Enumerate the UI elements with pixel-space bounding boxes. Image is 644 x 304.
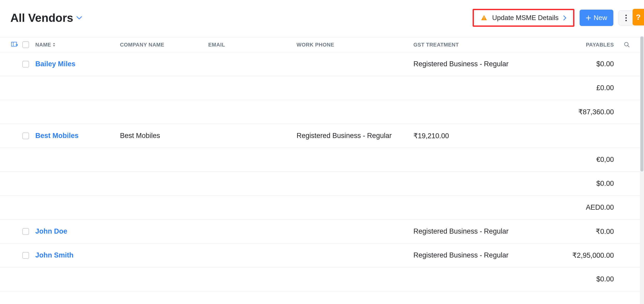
cell-payables: $0.00: [561, 60, 619, 68]
kebab-icon: [625, 15, 627, 21]
table-row[interactable]: €0,00: [0, 148, 644, 172]
column-header-name[interactable]: Name: [32, 42, 120, 48]
cell-gst: ₹19,210.00: [413, 132, 561, 140]
search-button[interactable]: [619, 42, 635, 48]
column-settings-button[interactable]: [9, 42, 20, 48]
column-header-company[interactable]: Company Name: [120, 42, 208, 48]
cell-gst: Registered Business - Regular: [413, 60, 561, 68]
svg-point-3: [625, 17, 627, 18]
table-row[interactable]: Bailey MilesRegistered Business - Regula…: [0, 52, 644, 76]
vendor-link[interactable]: Best Mobiles: [35, 132, 79, 140]
new-label: New: [594, 14, 607, 22]
cell-payables: ₹2,95,000.00: [561, 251, 619, 260]
svg-point-4: [625, 20, 627, 21]
column-header-payables[interactable]: Payables: [561, 42, 619, 48]
sort-icon: [53, 43, 55, 47]
row-checkbox[interactable]: [22, 61, 29, 68]
plus-icon: [586, 15, 591, 21]
cell-payables: €0,00: [561, 156, 619, 164]
cell-payables: ₹87,360.00: [561, 108, 619, 116]
row-checkbox[interactable]: [22, 228, 29, 235]
vendor-link[interactable]: John Smith: [35, 251, 73, 259]
cell-gst: Registered Business - Regular: [413, 251, 561, 259]
svg-line-8: [628, 46, 629, 47]
cell-phone: Registered Business - Regular: [297, 132, 413, 140]
cell-gst: Registered Business - Regular: [413, 227, 561, 235]
chevron-down-icon: [76, 16, 82, 20]
svg-rect-5: [11, 42, 17, 46]
svg-rect-1: [484, 19, 484, 19]
table-row[interactable]: £0.00: [0, 76, 644, 100]
update-msme-label: Update MSME Details: [492, 14, 559, 22]
search-icon: [624, 42, 630, 48]
row-checkbox[interactable]: [22, 252, 29, 259]
chevron-right-icon: [563, 15, 566, 21]
column-settings-icon: [11, 42, 18, 48]
select-all-checkbox[interactable]: [22, 41, 29, 48]
table-row[interactable]: AED0.00: [0, 196, 644, 220]
update-msme-details-button[interactable]: Update MSME Details: [473, 9, 574, 27]
cell-company: Best Mobiles: [120, 132, 208, 140]
cell-payables: AED0.00: [561, 203, 619, 212]
column-header-gst[interactable]: GST Treatment: [413, 42, 561, 48]
cell-payables: $0.00: [561, 275, 619, 283]
new-button[interactable]: New: [580, 10, 613, 26]
vendor-link[interactable]: Bailey Miles: [35, 60, 76, 68]
warning-icon: [481, 15, 487, 21]
cell-payables: £0.00: [561, 84, 619, 92]
help-icon: ?: [636, 13, 641, 22]
table-row[interactable]: John DoeRegistered Business - Regular₹0.…: [0, 220, 644, 243]
column-header-phone[interactable]: Work Phone: [297, 42, 413, 48]
table-header-row: Name Company Name Email Work Phone GST T…: [0, 37, 644, 52]
table-row[interactable]: John SmithRegistered Business - Regular₹…: [0, 243, 644, 267]
vendor-link[interactable]: John Doe: [35, 227, 67, 235]
table-body: Bailey MilesRegistered Business - Regula…: [0, 52, 644, 304]
table-row[interactable]: $0.00: [0, 267, 644, 291]
more-actions-button[interactable]: [619, 10, 634, 25]
table-row[interactable]: $0.00: [0, 172, 644, 196]
table-row[interactable]: Best MobilesBest MobilesRegistered Busin…: [0, 124, 644, 148]
scrollbar-thumb[interactable]: [640, 36, 643, 171]
svg-point-2: [625, 15, 627, 16]
column-header-email[interactable]: Email: [208, 42, 297, 48]
cell-payables: $0.00: [561, 180, 619, 188]
help-button[interactable]: ?: [633, 9, 644, 25]
page-title-dropdown[interactable]: All Vendors: [10, 11, 82, 24]
cell-payables: ₹0.00: [561, 227, 619, 236]
svg-rect-0: [484, 17, 484, 18]
page-title: All Vendors: [10, 11, 73, 24]
table-row[interactable]: ₹87,360.00: [0, 100, 644, 124]
scrollbar-track[interactable]: [640, 36, 644, 304]
row-checkbox[interactable]: [22, 133, 29, 139]
